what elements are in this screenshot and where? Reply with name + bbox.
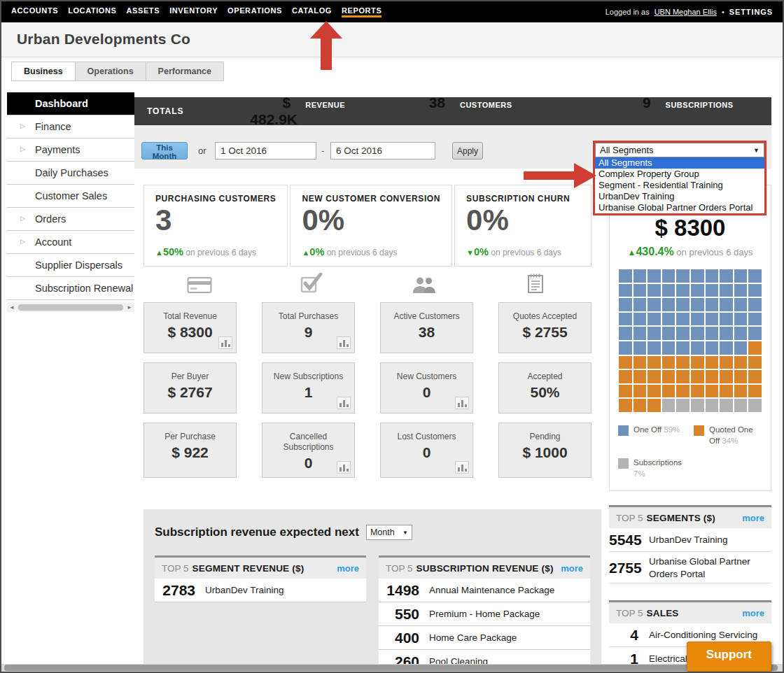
- nav-item-accounts[interactable]: ACCOUNTS: [11, 6, 58, 17]
- period-select[interactable]: Month ▼: [366, 525, 412, 540]
- nav-item-catalog[interactable]: CATALOG: [292, 6, 332, 17]
- sidebar-item-account[interactable]: ▷Account: [7, 231, 134, 254]
- tab-operations[interactable]: Operations: [76, 62, 146, 81]
- table-prefix: TOP 5: [162, 563, 189, 574]
- waffle-cell: [720, 341, 733, 355]
- mini-bar-chart-icon[interactable]: [455, 397, 469, 409]
- row-label: UrbanDev Training: [649, 534, 728, 546]
- scroll-right-icon[interactable]: ►: [125, 304, 134, 311]
- mini-bar-chart-icon[interactable]: [218, 336, 232, 349]
- nav-item-reports[interactable]: REPORTS: [342, 6, 382, 17]
- waffle-cell: [619, 385, 632, 398]
- sidebar-item-finance[interactable]: ▷Finance: [7, 115, 134, 139]
- tile-value: 50%: [503, 384, 587, 401]
- mini-bar-chart-icon[interactable]: [337, 336, 351, 349]
- tile-label: Lost Customers: [385, 432, 468, 442]
- waffle-cell: [691, 313, 704, 326]
- subscription-tables: TOP 5SEGMENT REVENUE ($)more2783UrbanDev…: [155, 555, 590, 673]
- waffle-cell: [634, 385, 647, 398]
- tile-value: $ 922: [148, 444, 232, 461]
- sidebar-item-daily-purchases[interactable]: Daily Purchases: [7, 162, 134, 185]
- waffle-cell: [691, 269, 704, 283]
- sidebar-item-label: Daily Purchases: [35, 167, 108, 178]
- waffle-cell: [720, 327, 733, 340]
- date-from-input[interactable]: [215, 142, 316, 160]
- nav-item-operations[interactable]: OPERATIONS: [227, 6, 282, 17]
- waffle-cell: [619, 313, 632, 326]
- nav-item-assets[interactable]: ASSETS: [127, 6, 160, 17]
- waffle-cell: [748, 298, 762, 311]
- waffle-cell: [691, 370, 704, 383]
- waffle-cell: [720, 284, 733, 297]
- tab-performance[interactable]: Performance: [146, 62, 224, 81]
- tile-value: $ 2767: [148, 384, 232, 401]
- waffle-cell: [648, 370, 661, 383]
- tile-label: Pending: [503, 432, 587, 442]
- totals-value: 38: [405, 97, 445, 111]
- scrollbar-thumb[interactable]: [18, 304, 123, 311]
- more-link[interactable]: more: [337, 563, 359, 574]
- tile-label: Total Purchases: [267, 311, 350, 322]
- sidebar-item-label: Payments: [35, 144, 80, 155]
- tile-active-customers: Active Customers38: [380, 302, 473, 353]
- metric-tile-grid: Total Revenue$ 8300Total Purchases9Activ…: [144, 302, 592, 478]
- totals-unit-label: SUBSCRIPTIONS: [666, 101, 734, 109]
- tile-label: New Subscriptions: [267, 371, 350, 382]
- mini-bar-chart-icon[interactable]: [337, 397, 351, 409]
- sidebar-item-dashboard[interactable]: Dashboard: [7, 92, 134, 115]
- kpi-card-new-customer-conversion: NEW CUSTOMER CONVERSION0%▲0% on previous…: [290, 185, 452, 267]
- more-link[interactable]: more: [561, 563, 583, 574]
- segment-option-complex-property-group[interactable]: Complex Property Group: [595, 169, 764, 180]
- horizontal-scrollbar[interactable]: [1, 664, 783, 672]
- mini-bar-chart-icon[interactable]: [337, 461, 351, 474]
- table-row: 2783UrbanDev Training: [155, 579, 366, 602]
- date-to-input[interactable]: [330, 142, 435, 160]
- nav-item-locations[interactable]: LOCATIONS: [68, 6, 116, 17]
- table-prefix: TOP 5: [616, 608, 643, 618]
- sidebar-item-supplier-dispersals[interactable]: Supplier Dispersals: [7, 254, 134, 277]
- waffle-cell: [662, 284, 676, 297]
- mini-bar-chart-icon[interactable]: [455, 461, 469, 474]
- segment-option-urbandev-training[interactable]: UrbanDev Training: [595, 191, 764, 202]
- support-button[interactable]: Support: [687, 642, 771, 672]
- more-link[interactable]: more: [742, 608, 764, 618]
- table-header: TOP 5SALESmore: [609, 602, 771, 623]
- sidebar-item-payments[interactable]: ▷Payments: [7, 139, 134, 162]
- sidebar-item-customer-sales[interactable]: Customer Sales: [7, 185, 134, 208]
- scroll-left-icon[interactable]: ◄: [7, 304, 17, 311]
- kpi-delta: ▲50% on previous 6 days: [155, 246, 276, 257]
- kpi-delta-suffix: on previous 6 days: [327, 248, 398, 257]
- tile-value: $ 1000: [503, 444, 587, 461]
- expand-arrow-icon: ▷: [20, 215, 25, 222]
- period-select-value: Month: [370, 527, 395, 537]
- legend-item-one-off: One Off 59%: [618, 425, 688, 446]
- more-link[interactable]: more: [742, 513, 764, 523]
- kpi-delta-value: 0%: [309, 246, 324, 257]
- row-value: 400: [379, 630, 419, 646]
- this-month-button[interactable]: This Month: [141, 142, 188, 160]
- segment-option-all-segments[interactable]: All Segments: [595, 157, 764, 169]
- segment-option-segment-residential-training[interactable]: Segment - Residential Training: [595, 180, 764, 191]
- segment-option-urbanise-global-partner-orders-portal[interactable]: Urbanise Global Partner Orders Portal: [595, 202, 764, 213]
- apply-button[interactable]: Apply: [452, 142, 483, 160]
- sidebar-item-orders[interactable]: ▷Orders: [7, 208, 134, 231]
- nav-item-inventory[interactable]: INVENTORY: [169, 6, 218, 17]
- waffle-cell: [720, 385, 733, 398]
- table-prefix: TOP 5: [386, 563, 413, 574]
- row-label: Annual Maintenance Package: [429, 584, 554, 597]
- settings-link[interactable]: SETTINGS: [729, 8, 773, 16]
- user-link[interactable]: UBN Meghan Ellis: [654, 8, 717, 16]
- waffle-cell: [619, 284, 632, 297]
- scrollbar-thumb[interactable]: [4, 665, 778, 671]
- row-value: 1498: [379, 582, 419, 599]
- legend-item-quoted-one-off: Quoted One Off 34%: [694, 425, 762, 446]
- segment-select[interactable]: All Segments ▼: [595, 143, 764, 157]
- waffle-cell: [648, 313, 661, 326]
- table-header: TOP 5SEGMENT REVENUE ($)more: [155, 558, 366, 579]
- revenue-waffle-chart: [619, 269, 762, 412]
- tab-business[interactable]: Business: [11, 62, 76, 81]
- sidebar-item-subscription-renewal[interactable]: Subscription Renewal: [7, 277, 134, 300]
- sidebar-scrollbar[interactable]: ◄ ►: [7, 302, 134, 312]
- down-triangle-icon: ▼: [466, 248, 474, 257]
- waffle-cell: [706, 269, 719, 283]
